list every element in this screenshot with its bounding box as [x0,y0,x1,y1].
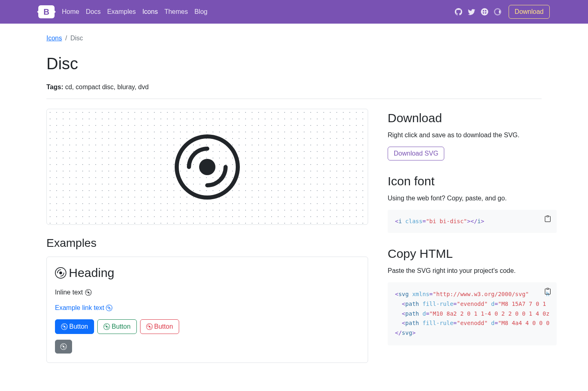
icon-preview [46,109,368,225]
example-button-primary[interactable]: Button [55,319,94,334]
breadcrumb: Icons / Disc [46,33,542,43]
slack-icon[interactable] [481,8,488,15]
iconfont-description: Using the web font? Copy, paste, and go. [388,193,557,203]
example-heading: Heading [55,264,360,282]
breadcrumb-root[interactable]: Icons [46,33,62,43]
disc-icon [85,289,92,296]
example-link[interactable]: Example link text [55,303,112,313]
clipboard-icon[interactable] [544,215,551,222]
nav-link-themes[interactable]: Themes [165,7,188,17]
nav-social-icons [455,8,501,15]
github-icon[interactable] [455,8,462,15]
nav-link-blog[interactable]: Blog [194,7,207,17]
disc-icon [61,323,68,330]
iconfont-code[interactable]: <i class="bi bi-disc"></i> [388,210,557,233]
breadcrumb-separator: / [65,33,67,43]
nav-link-examples[interactable]: Examples [107,7,136,17]
example-icon-button[interactable] [55,340,72,354]
disc-icon-large [175,134,240,200]
disc-icon [146,323,153,330]
main-navbar: B HomeDocsExamplesIconsThemesBlog Downlo… [0,0,588,24]
example-button-success[interactable]: Button [97,319,136,334]
download-svg-button[interactable]: Download SVG [388,147,444,160]
download-button[interactable]: Download [509,5,550,19]
bootstrap-logo[interactable]: B [38,5,55,18]
iconfont-heading: Icon font [388,172,557,190]
examples-card: Heading Inline text Example link text Bu… [46,257,368,363]
svg-code[interactable]: <svg xmlns="http://www.w3.org/2000/svg" … [388,282,557,345]
copyhtml-heading: Copy HTML [388,244,557,263]
example-inline-text: Inline text [55,288,360,297]
tags-line: Tags: cd, compact disc, bluray, dvd [46,82,542,92]
copyhtml-description: Paste the SVG right into your project's … [388,266,557,276]
twitter-icon[interactable] [468,8,475,15]
nav-link-home[interactable]: Home [62,7,79,17]
example-button-danger[interactable]: Button [140,319,179,334]
breadcrumb-current: Disc [70,33,83,43]
disc-icon [60,343,67,350]
examples-heading: Examples [46,235,368,252]
clipboard-icon[interactable] [544,288,551,294]
download-heading: Download [388,109,557,127]
opencollective-icon[interactable] [494,8,501,15]
nav-links: HomeDocsExamplesIconsThemesBlog [62,7,207,17]
disc-icon [106,305,112,311]
disc-icon [55,267,66,279]
page-title: Disc [46,51,542,76]
download-description: Right click and save as to download the … [388,130,557,140]
nav-link-icons[interactable]: Icons [142,7,158,17]
svg-point-0 [481,8,488,15]
nav-link-docs[interactable]: Docs [86,7,101,17]
disc-icon [103,323,110,330]
